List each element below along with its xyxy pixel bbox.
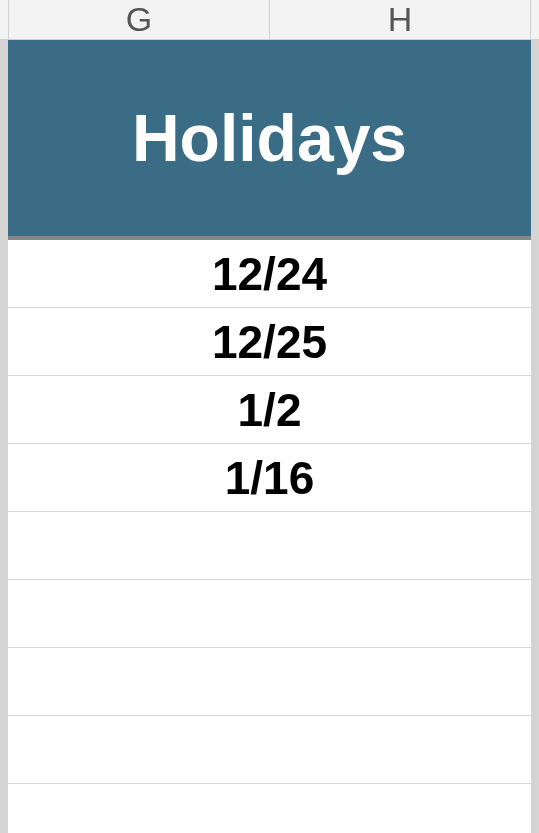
title-text: Holidays: [132, 100, 407, 176]
holiday-date: 12/25: [212, 315, 327, 369]
table-row[interactable]: 12/25: [8, 308, 531, 376]
table-row[interactable]: 12/24: [8, 240, 531, 308]
spreadsheet: G H Holidays 12/24 12/25 1/2 1/16: [0, 0, 539, 833]
table-row[interactable]: [8, 784, 531, 833]
table-row[interactable]: [8, 716, 531, 784]
grid-body: Holidays 12/24 12/25 1/2 1/16: [0, 40, 539, 833]
holiday-date: 1/2: [238, 383, 302, 437]
holiday-date: 1/16: [225, 451, 315, 505]
holiday-date: 12/24: [212, 247, 327, 301]
table-row[interactable]: 1/2: [8, 376, 531, 444]
column-headers: G H: [0, 0, 539, 40]
column-header-g[interactable]: G: [8, 0, 270, 39]
table-row[interactable]: 1/16: [8, 444, 531, 512]
title-row[interactable]: Holidays: [8, 40, 531, 240]
column-header-h[interactable]: H: [270, 0, 531, 39]
table-row[interactable]: [8, 580, 531, 648]
table-row[interactable]: [8, 512, 531, 580]
table-row[interactable]: [8, 648, 531, 716]
